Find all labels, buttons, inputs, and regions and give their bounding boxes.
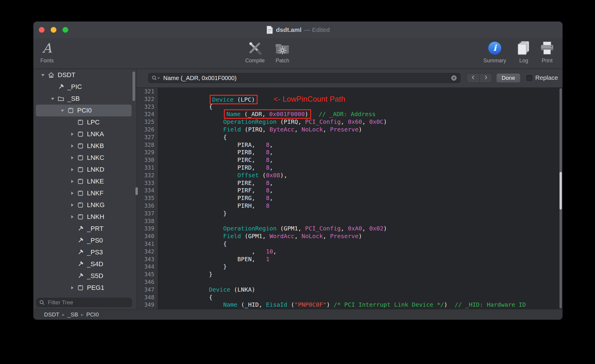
find-next-button[interactable] — [479, 74, 492, 82]
code-line: 330 PIRC, 8, — [137, 156, 562, 164]
sidebar-item-pci0[interactable]: PCI0 — [36, 105, 132, 116]
code-token — [166, 126, 223, 133]
code-token: 0x60 — [348, 118, 362, 125]
line-number: 340 — [137, 233, 158, 240]
filter-tree-input[interactable] — [48, 299, 129, 306]
sidebar-item-lnkf[interactable]: LNKF — [36, 187, 132, 199]
titlebar[interactable]: dsdt.aml — Edited — [33, 22, 562, 38]
sidebar-item-_prt[interactable]: _PRT — [36, 223, 132, 235]
disclosure-right-icon[interactable] — [69, 155, 76, 160]
disclosure-down-icon[interactable] — [59, 108, 66, 113]
code-token: ) — [384, 118, 387, 125]
print-label: Print — [541, 58, 552, 64]
code-token: PIRB, — [166, 149, 266, 156]
summary-button[interactable]: i Summary — [478, 39, 511, 68]
zoom-button[interactable] — [62, 27, 68, 33]
disclosure-right-icon[interactable] — [69, 191, 76, 196]
folder-icon — [57, 95, 64, 102]
sidebar-item-lnkc[interactable]: LNKC — [36, 152, 132, 164]
disclosure-down-icon[interactable] — [49, 96, 56, 101]
sidebar-item-_sb[interactable]: _SB — [36, 93, 132, 105]
sidebar-item-lnka[interactable]: LNKA — [36, 128, 132, 140]
breadcrumb-item[interactable]: DSDT — [44, 311, 59, 318]
close-button[interactable] — [39, 27, 45, 33]
sidebar-item-_ps3[interactable]: _PS3 — [36, 246, 132, 258]
sidebar-item-label: LNKG — [87, 201, 105, 209]
code-token: NoLock — [302, 126, 323, 133]
sidebar-item-peg1[interactable]: PEG1 — [36, 282, 132, 294]
print-button[interactable]: Print — [531, 39, 562, 68]
disclosure-spacer — [69, 274, 76, 278]
search-menu-icon[interactable] — [151, 75, 161, 81]
sidebar-item-lnkg[interactable]: LNKG — [36, 199, 132, 211]
fonts-button[interactable]: A Fonts — [33, 39, 63, 68]
sidebar-item-lnkd[interactable]: LNKD — [36, 164, 132, 176]
code-token: 0x0C — [369, 118, 383, 125]
window-controls — [39, 27, 68, 33]
device-icon — [77, 142, 84, 150]
sidebar-item-label: _SB — [67, 95, 80, 103]
code-line: 326 Field (PIRQ, ByteAcc, NoLock, Preser… — [137, 126, 562, 134]
search-field[interactable] — [148, 73, 460, 83]
breadcrumb-item[interactable]: _SB — [67, 311, 78, 318]
code-line: 345 } — [137, 271, 562, 278]
disclosure-right-icon[interactable] — [69, 214, 76, 219]
line-number: 323 — [137, 103, 158, 111]
code-editor[interactable]: 321322 Device (LPC)<- LowPinCount Path32… — [137, 88, 562, 309]
code-token: PCI_Config — [305, 225, 341, 232]
sidebar-item-_pic[interactable]: _PIC — [36, 81, 132, 93]
sidebar-item-label: LPC — [87, 118, 100, 126]
sidebar-item-label: LNKD — [87, 166, 104, 173]
sidebar-item-label: LNKH — [87, 213, 104, 221]
disclosure-right-icon[interactable] — [69, 167, 76, 172]
find-previous-button[interactable] — [467, 74, 479, 82]
disclosure-right-icon[interactable] — [69, 285, 76, 290]
clear-search-icon[interactable] — [451, 75, 457, 81]
sidebar-item-dsdt[interactable]: DSDT — [36, 69, 132, 81]
method-icon — [57, 83, 64, 90]
code-token: PIRH, — [166, 202, 266, 209]
disclosure-right-icon[interactable] — [69, 179, 76, 184]
code-text: PIRE, 8, — [158, 179, 273, 187]
code-token: 8 — [266, 194, 269, 202]
code-line: 346 — [137, 278, 562, 286]
sidebar-item-_s4d[interactable]: _S4D — [36, 258, 132, 270]
filter-tree-field[interactable] — [36, 298, 132, 307]
search-input[interactable] — [163, 75, 448, 82]
document-proxy-icon[interactable] — [266, 26, 273, 34]
patch-label: Patch — [276, 58, 289, 64]
sidebar-item-lpc[interactable]: LPC — [36, 116, 132, 128]
sidebar-item-_s5d[interactable]: _S5D — [36, 270, 132, 282]
summary-label: Summary — [483, 58, 506, 64]
replace-label[interactable]: Replace — [535, 74, 558, 81]
breadcrumb-item[interactable]: PCI0 — [86, 311, 99, 318]
annotation-red-box: Device (LPC) — [210, 95, 258, 104]
code-token: , — [341, 118, 348, 125]
disclosure-right-icon[interactable] — [69, 144, 76, 148]
code-text: Device (LNKA) — [158, 286, 255, 294]
disclosure-right-icon[interactable] — [69, 132, 76, 136]
disclosure-spacer — [49, 84, 56, 89]
code-token: ) — [384, 225, 387, 232]
replace-checkbox[interactable] — [526, 75, 532, 81]
sidebar-item-lnke[interactable]: LNKE — [36, 176, 132, 187]
sidebar-scrollbar-thumb[interactable] — [132, 72, 135, 101]
editor-scrollbar-thumb[interactable] — [560, 172, 562, 209]
device-icon — [67, 107, 74, 114]
sidebar-item-lnkb[interactable]: LNKB — [36, 140, 132, 152]
sidebar-item-_ps0[interactable]: _PS0 — [36, 235, 132, 246]
sidebar-item-label: PEG1 — [87, 284, 104, 292]
done-button[interactable]: Done — [496, 73, 520, 83]
code-token: { — [166, 240, 227, 247]
sidebar-item-lnkh[interactable]: LNKH — [36, 211, 132, 223]
line-number: 335 — [137, 194, 158, 202]
code-line: 336 PIRH, 8 — [137, 202, 562, 210]
minimize-button[interactable] — [51, 27, 56, 33]
patch-button[interactable]: Patch — [266, 39, 299, 68]
editor-scrollbar[interactable] — [560, 88, 562, 308]
log-label: Log — [519, 58, 528, 64]
code-token: (PIRQ, — [277, 118, 305, 125]
splitter-handle[interactable] — [135, 187, 138, 195]
disclosure-right-icon[interactable] — [69, 203, 76, 207]
disclosure-down-icon[interactable] — [39, 73, 46, 77]
